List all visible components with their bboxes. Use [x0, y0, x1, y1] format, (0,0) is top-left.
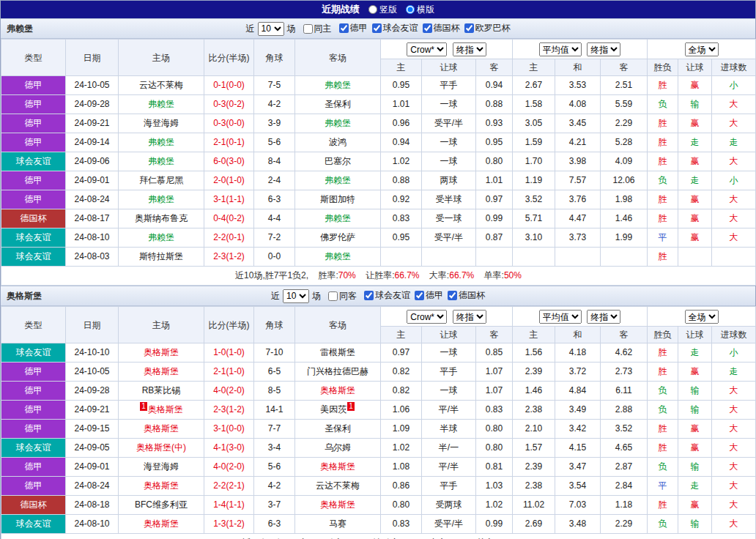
home-team-link[interactable]: RB莱比锡: [119, 382, 204, 401]
home-team-link[interactable]: 1奥格斯堡: [119, 401, 204, 420]
same-venue-checkbox[interactable]: [328, 291, 338, 301]
score-link[interactable]: 0-3(0-0): [204, 114, 254, 133]
score-link[interactable]: 2-3(1-2): [204, 248, 254, 267]
home-team-link[interactable]: 弗赖堡: [119, 133, 204, 152]
score-link[interactable]: 6-0(3-0): [204, 152, 254, 171]
league-checkbox[interactable]: [415, 291, 424, 300]
away-team-link[interactable]: 圣保利: [295, 95, 381, 114]
home-team-link[interactable]: 奥格斯堡: [119, 343, 204, 363]
corner-count: 4-4: [254, 209, 295, 228]
home-team-link[interactable]: 斯特拉斯堡: [119, 248, 204, 267]
same-venue-filter[interactable]: 同客: [328, 290, 357, 302]
away-team-link[interactable]: 马赛: [295, 515, 381, 534]
same-venue-checkbox[interactable]: [303, 24, 313, 34]
league-checkbox[interactable]: [372, 23, 382, 33]
score-link[interactable]: 1-4(1-1): [204, 496, 254, 515]
league-checkbox[interactable]: [448, 291, 457, 300]
score-link[interactable]: 1-0(1-0): [204, 343, 254, 363]
score-link[interactable]: 4-1(3-0): [204, 439, 254, 458]
score-link[interactable]: 2-1(0-1): [204, 133, 254, 152]
home-team-link[interactable]: 弗赖堡: [119, 190, 204, 209]
euro-time-select[interactable]: 终指: [587, 42, 620, 56]
league-filter[interactable]: 球会友谊: [364, 289, 410, 302]
home-team-link[interactable]: 弗赖堡: [119, 152, 204, 171]
away-team-link[interactable]: 门兴格拉德巴赫: [295, 363, 381, 382]
score-link[interactable]: 2-2(2-1): [204, 477, 254, 496]
home-team-link[interactable]: 拜仁慕尼黑: [119, 171, 204, 190]
home-team-link[interactable]: 奥格斯堡(中): [119, 439, 204, 458]
league-checkbox[interactable]: [364, 291, 374, 300]
home-team-name: 奥格斯堡(中): [136, 442, 186, 453]
home-team-link[interactable]: BFC维多利亚: [119, 496, 204, 515]
home-team-link[interactable]: 海登海姆: [119, 458, 204, 477]
home-team-link[interactable]: 奥格斯堡: [119, 477, 204, 496]
match-date: 24-09-21: [66, 114, 119, 133]
league-filter[interactable]: 德甲: [339, 22, 368, 34]
bookmaker-select[interactable]: Crow*: [407, 42, 447, 56]
bookmaker-select[interactable]: Crow*: [407, 310, 447, 324]
away-team-link[interactable]: 弗赖堡: [295, 114, 381, 133]
score-link[interactable]: 1-3(1-2): [204, 515, 254, 534]
win-loss-result: 负: [648, 401, 678, 420]
score-link[interactable]: 2-3(1-2): [204, 401, 254, 420]
away-team-link[interactable]: 奥格斯堡: [295, 496, 381, 515]
home-team-link[interactable]: 奥格斯堡: [119, 363, 204, 382]
score-link[interactable]: 2-2(0-1): [204, 228, 254, 248]
home-team-link[interactable]: 云达不莱梅: [119, 76, 204, 95]
euro-source-select[interactable]: 平均值: [539, 42, 582, 56]
away-team-link[interactable]: 美因茨1: [295, 401, 381, 420]
score-link[interactable]: 4-0(2-0): [204, 382, 254, 401]
score-link[interactable]: 0-1(0-0): [204, 76, 254, 95]
away-team-link[interactable]: 弗赖堡: [295, 248, 381, 267]
match-count-select[interactable]: 10: [283, 289, 309, 303]
euro-time-select[interactable]: 终指: [587, 310, 620, 324]
home-team-link[interactable]: 奥格斯堡: [119, 420, 204, 439]
away-team-link[interactable]: 巴塞尔: [295, 152, 381, 171]
away-team-link[interactable]: 奥格斯堡: [295, 458, 381, 477]
scope-select[interactable]: 全场: [685, 42, 719, 56]
away-team-link[interactable]: 佛罗伦萨: [295, 228, 381, 248]
away-team-link[interactable]: 弗赖堡: [295, 171, 381, 190]
horizontal-layout-radio[interactable]: [406, 5, 415, 14]
away-team-link[interactable]: 弗赖堡: [295, 76, 381, 95]
away-team-link[interactable]: 雷根斯堡: [295, 343, 381, 363]
score-link[interactable]: 3-1(0-0): [204, 420, 254, 439]
league-checkbox[interactable]: [339, 23, 349, 33]
league-filter[interactable]: 球会友谊: [372, 22, 418, 34]
away-team-link[interactable]: 圣保利: [295, 420, 381, 439]
home-team-link[interactable]: 弗赖堡: [119, 95, 204, 114]
away-team-link[interactable]: 波鸿: [295, 133, 381, 152]
league-filter[interactable]: 德国杯: [423, 22, 460, 34]
euro-source-select[interactable]: 平均值: [539, 310, 582, 324]
score-link[interactable]: 0-4(0-2): [204, 209, 254, 228]
away-team-link[interactable]: 奥格斯堡: [295, 382, 381, 401]
odds-time-select[interactable]: 终指: [453, 310, 486, 324]
league-checkbox[interactable]: [464, 23, 474, 33]
win-loss-result: 平: [648, 228, 678, 248]
league-checkbox[interactable]: [423, 23, 432, 33]
odds-time-select[interactable]: 终指: [453, 42, 486, 56]
league-filter[interactable]: 欧罗巴杯: [464, 22, 511, 34]
away-team-link[interactable]: 弗赖堡: [295, 209, 381, 228]
away-team-link[interactable]: 乌尔姆: [295, 439, 381, 458]
layout-horizontal-option[interactable]: 横版: [406, 4, 434, 16]
score-link[interactable]: 2-0(1-0): [204, 171, 254, 190]
home-team-link[interactable]: 弗赖堡: [119, 228, 204, 248]
layout-vertical-option[interactable]: 竖版: [368, 4, 397, 16]
vertical-layout-radio[interactable]: [368, 5, 377, 14]
score-link[interactable]: 2-1(1-0): [204, 363, 254, 382]
score-link[interactable]: 4-0(2-0): [204, 458, 254, 477]
score-link[interactable]: 3-1(1-1): [204, 190, 254, 209]
home-team-link[interactable]: 奥斯纳布鲁克: [119, 209, 204, 228]
scope-select[interactable]: 全场: [685, 310, 719, 324]
same-venue-filter[interactable]: 同主: [303, 23, 332, 35]
euro-away-odds: 4.62: [601, 343, 648, 363]
away-team-link[interactable]: 云达不莱梅: [295, 477, 381, 496]
score-link[interactable]: 0-3(0-2): [204, 95, 254, 114]
home-team-link[interactable]: 海登海姆: [119, 114, 204, 133]
match-count-select[interactable]: 10: [258, 22, 284, 36]
away-team-link[interactable]: 斯图加特: [295, 190, 381, 209]
league-filter[interactable]: 德甲: [415, 289, 443, 302]
home-team-link[interactable]: 奥格斯堡: [119, 515, 204, 534]
league-filter[interactable]: 德国杯: [448, 289, 485, 302]
